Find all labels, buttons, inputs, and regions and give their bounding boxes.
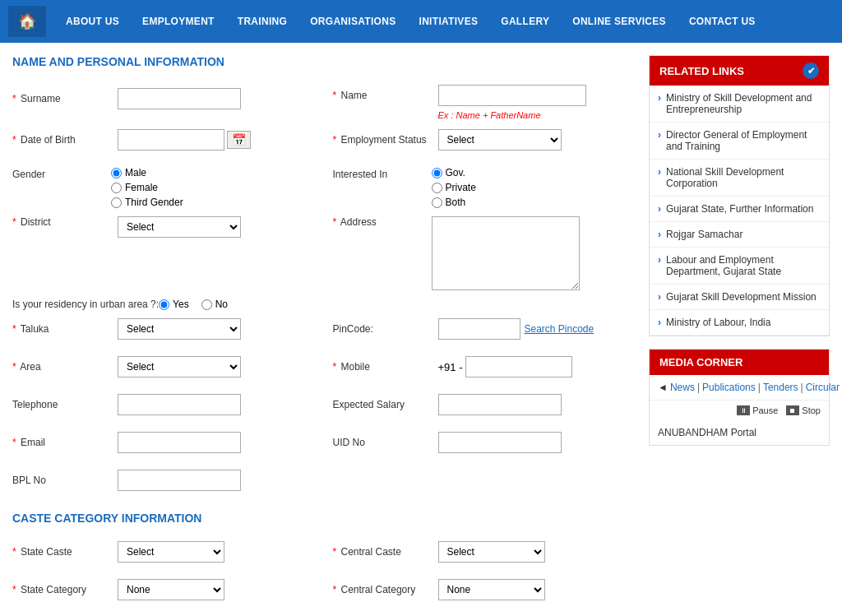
- central-caste-label: * Central Caste: [333, 546, 432, 558]
- taluka-select[interactable]: Select: [118, 318, 241, 340]
- search-pincode-link[interactable]: Search Pincode: [525, 323, 594, 335]
- media-tenders-link[interactable]: Tenders: [763, 382, 798, 393]
- name-label: * Name: [333, 90, 432, 101]
- state-caste-label: * State Caste: [12, 546, 111, 558]
- media-controls: ⏸ Pause ⏹ Stop: [650, 401, 829, 420]
- media-corner-panel: MEDIA CORNER ◄ News | Publications | Ten…: [649, 349, 830, 446]
- nav-gallery[interactable]: GALLERY: [489, 2, 561, 40]
- pincode-input[interactable]: [438, 318, 520, 340]
- media-publications-link[interactable]: Publications: [702, 382, 756, 393]
- related-link-8[interactable]: › Ministry of Labour, India: [650, 310, 829, 336]
- gender-male-radio[interactable]: [111, 168, 122, 178]
- nav-initiatives[interactable]: INITIATIVES: [408, 2, 490, 40]
- residency-no-radio[interactable]: [201, 299, 212, 310]
- telephone-label: Telephone: [12, 399, 111, 410]
- residency-radio-group: Yes No: [159, 299, 228, 310]
- arrow-icon-1: ›: [658, 92, 661, 104]
- residency-yes[interactable]: Yes: [159, 299, 189, 310]
- district-label: * District: [12, 216, 111, 228]
- req-star2: *: [333, 90, 337, 101]
- navbar: 🏠 ABOUT US EMPLOYMENT TRAINING ORGANISAT…: [0, 0, 842, 43]
- calendar-icon[interactable]: 📅: [227, 131, 251, 149]
- surname-label: * Surname: [12, 93, 111, 104]
- email-label: * Email: [12, 437, 111, 448]
- mobile-input[interactable]: [465, 356, 572, 377]
- gender-third[interactable]: Third Gender: [111, 197, 183, 208]
- nav-employment[interactable]: EMPLOYMENT: [131, 2, 226, 40]
- related-link-7[interactable]: › Gujarat Skill Development Mission: [650, 285, 829, 310]
- bpl-label: BPL No: [12, 475, 111, 486]
- related-link-1[interactable]: › Ministry of Skill Development and Entr…: [650, 86, 829, 123]
- dob-label: * Date of Birth: [12, 134, 111, 146]
- uid-label: UID No: [333, 437, 432, 448]
- arrow-icon-3: ›: [658, 166, 661, 178]
- name-example: Ex : Name + FatherName: [438, 110, 541, 120]
- related-link-2[interactable]: › Director General of Employment and Tra…: [650, 123, 829, 160]
- req-star: *: [12, 93, 16, 104]
- central-caste-select[interactable]: Select: [438, 541, 545, 563]
- email-input[interactable]: [118, 432, 241, 453]
- stop-button[interactable]: ⏹ Stop: [786, 405, 821, 415]
- taluka-label: * Taluka: [12, 323, 111, 335]
- employment-status-select[interactable]: Select Employed Unemployed: [438, 129, 562, 151]
- related-link-6[interactable]: › Labour and Employment Department, Guja…: [650, 248, 829, 285]
- related-links-panel: RELATED LINKS ✔ › Ministry of Skill Deve…: [649, 55, 830, 336]
- arrow-icon-7: ›: [658, 291, 661, 303]
- telephone-input[interactable]: [118, 394, 241, 415]
- interested-private-radio[interactable]: [432, 183, 442, 193]
- chevron-down-icon[interactable]: ✔: [803, 63, 819, 79]
- interested-private[interactable]: Private: [432, 182, 476, 193]
- residency-no[interactable]: No: [201, 299, 228, 310]
- gender-label: Gender: [12, 167, 111, 180]
- gender-third-radio[interactable]: [111, 197, 122, 208]
- interested-both[interactable]: Both: [432, 197, 476, 208]
- arrow-icon-2: ›: [658, 129, 661, 141]
- related-link-5[interactable]: › Rojgar Samachar: [650, 222, 829, 248]
- nav-contact[interactable]: CONTACT US: [678, 2, 767, 40]
- interested-gov[interactable]: Gov.: [432, 167, 476, 178]
- personal-info-title: NAME AND PERSONAL INFORMATION: [12, 55, 636, 72]
- central-category-select[interactable]: None: [438, 579, 545, 600]
- nav-training[interactable]: TRAINING: [226, 2, 298, 40]
- area-select[interactable]: Select: [118, 356, 241, 377]
- address-textarea[interactable]: [432, 216, 580, 290]
- nav-about[interactable]: ABOUT US: [54, 2, 131, 40]
- media-circular-link[interactable]: Circular: [806, 382, 840, 393]
- interested-gov-radio[interactable]: [432, 168, 442, 178]
- arrow-icon-5: ›: [658, 229, 661, 240]
- media-news-link[interactable]: News: [670, 382, 695, 393]
- stop-icon: ⏹: [786, 405, 799, 415]
- media-corner-header: MEDIA CORNER: [650, 350, 829, 375]
- form-section: NAME AND PERSONAL INFORMATION * Surname …: [12, 55, 649, 616]
- uid-input[interactable]: [438, 432, 562, 453]
- district-select[interactable]: Select: [118, 216, 241, 238]
- residency-yes-radio[interactable]: [159, 299, 169, 310]
- anubandham-portal: ANUBANDHAM Portal: [650, 420, 829, 445]
- caste-section-title: CASTE CATEGORY INFORMATION: [12, 512, 636, 529]
- interested-in-label: Interested In: [333, 167, 432, 180]
- expected-salary-input[interactable]: [438, 394, 562, 415]
- bpl-input[interactable]: [118, 470, 241, 491]
- nav-online-services[interactable]: ONLINE SERVICES: [561, 2, 678, 40]
- dob-input[interactable]: [118, 129, 224, 151]
- nav-organisations[interactable]: ORGANISATIONS: [298, 2, 407, 40]
- gender-female[interactable]: Female: [111, 182, 183, 193]
- related-link-4[interactable]: › Gujarat State, Further Information: [650, 197, 829, 222]
- state-category-select[interactable]: None: [118, 579, 224, 600]
- related-link-3[interactable]: › National Skill Development Corporation: [650, 160, 829, 197]
- state-caste-select[interactable]: Select: [118, 541, 224, 563]
- mobile-prefix: +91 -: [438, 361, 463, 373]
- arrow-icon-4: ›: [658, 203, 661, 215]
- gender-male[interactable]: Male: [111, 167, 183, 178]
- gender-female-radio[interactable]: [111, 183, 122, 193]
- related-links-header: RELATED LINKS ✔: [650, 56, 829, 86]
- arrow-icon-8: ›: [658, 317, 661, 328]
- surname-input[interactable]: [118, 88, 241, 109]
- pause-button[interactable]: ⏸ Pause: [737, 405, 778, 415]
- prev-arrow-icon[interactable]: ◄: [658, 382, 668, 393]
- name-input[interactable]: [438, 85, 586, 106]
- pause-icon: ⏸: [737, 405, 750, 415]
- home-button[interactable]: 🏠: [8, 6, 46, 37]
- interested-both-radio[interactable]: [432, 197, 442, 208]
- area-label: * Area: [12, 361, 111, 373]
